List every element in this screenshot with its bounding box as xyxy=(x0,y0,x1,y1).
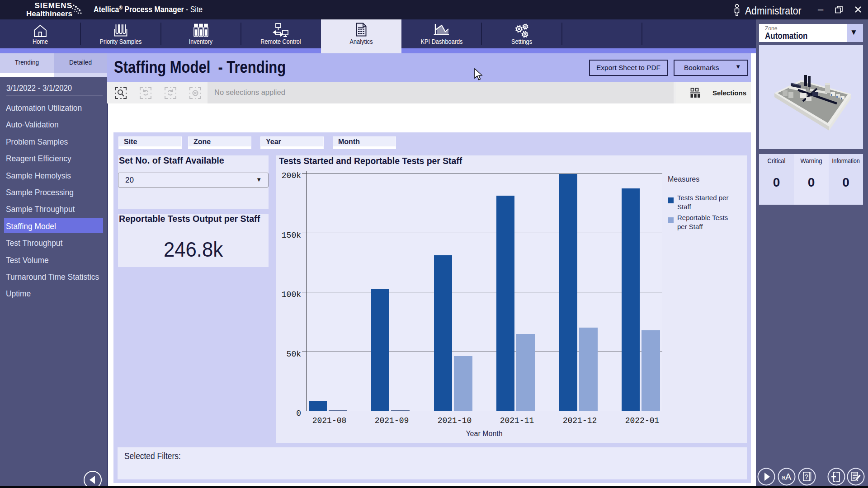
svg-text:A: A xyxy=(785,472,792,482)
svg-text:a: a xyxy=(782,474,785,481)
svg-text:?: ? xyxy=(805,473,808,480)
